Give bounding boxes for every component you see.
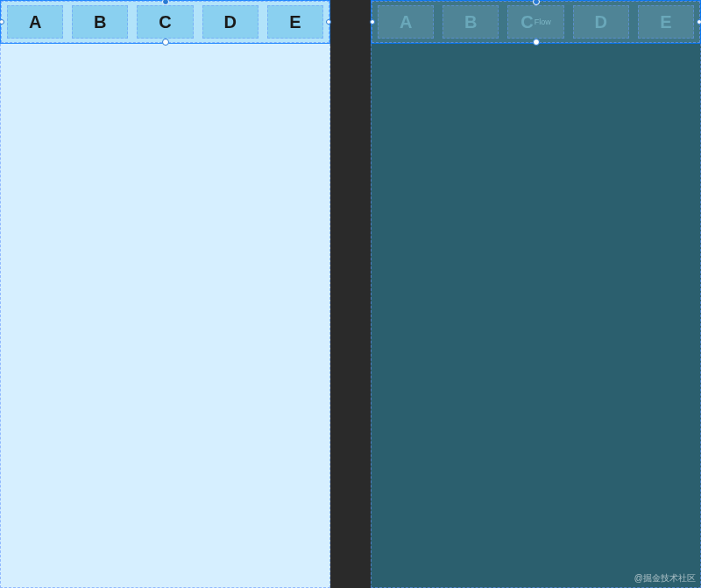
selection-handle-right-icon[interactable] (326, 19, 331, 25)
flow-badge: Flow (535, 18, 551, 26)
tab-a[interactable]: A (378, 5, 434, 39)
panel-divider (330, 0, 371, 588)
tab-e[interactable]: E (267, 5, 323, 39)
tab-c[interactable]: CFlow (507, 5, 563, 39)
tab-label: C (520, 12, 533, 32)
selection-handle-right-icon[interactable] (697, 19, 701, 25)
tab-label: E (289, 12, 301, 32)
selection-handle-bottom-icon[interactable] (533, 39, 540, 46)
tab-b[interactable]: B (72, 5, 128, 39)
tab-c[interactable]: C (137, 5, 193, 39)
tab-label: C (159, 12, 171, 32)
tab-label: E (660, 12, 671, 32)
left-artboard[interactable]: A B C D E (0, 0, 330, 588)
tab-e[interactable]: E (638, 5, 694, 39)
tab-d[interactable]: D (573, 5, 629, 39)
right-tab-row[interactable]: A B CFlow D E (372, 1, 700, 43)
right-artboard[interactable]: A B CFlow D E (371, 0, 701, 588)
tab-label: D (223, 12, 236, 32)
tab-a[interactable]: A (7, 5, 63, 39)
tab-label: B (94, 12, 106, 32)
selection-handle-left-icon[interactable] (370, 19, 375, 25)
tab-b[interactable]: B (443, 5, 499, 39)
tab-d[interactable]: D (202, 5, 258, 39)
tab-label: D (594, 12, 606, 32)
left-tab-row[interactable]: A B C D E (1, 1, 329, 43)
tab-label: A (400, 12, 412, 32)
selection-handle-left-icon[interactable] (0, 19, 4, 25)
tab-label: A (29, 12, 41, 32)
watermark-text: @掘金技术社区 (634, 572, 696, 584)
tab-label: B (464, 12, 477, 32)
selection-handle-bottom-icon[interactable] (162, 39, 169, 46)
